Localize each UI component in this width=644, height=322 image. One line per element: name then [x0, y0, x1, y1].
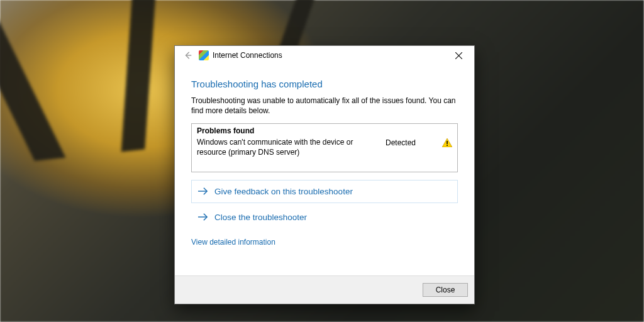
give-feedback-label: Give feedback on this troubleshooter	[214, 187, 353, 196]
problems-found-header: Problems found	[197, 126, 452, 135]
problem-row: Windows can't communicate with the devic…	[197, 138, 452, 157]
back-arrow-icon	[184, 51, 192, 60]
window-title: Internet Connections	[213, 51, 282, 60]
close-button[interactable]: Close	[423, 283, 468, 297]
close-troubleshooter-label: Close the troubleshooter	[214, 213, 307, 222]
problem-status: Detected	[386, 138, 436, 147]
dialog-client-area: Troubleshooting has completed Troublesho…	[175, 65, 474, 275]
problem-description: Windows can't communicate with the devic…	[197, 138, 379, 157]
arrow-right-icon	[198, 187, 208, 196]
window-close-button[interactable]	[445, 47, 472, 64]
view-detailed-information-link[interactable]: View detailed information	[191, 238, 458, 247]
warning-icon	[442, 138, 452, 147]
give-feedback-action[interactable]: Give feedback on this troubleshooter	[191, 180, 458, 203]
close-icon	[455, 52, 462, 59]
svg-rect-5	[447, 145, 448, 147]
back-button[interactable]	[181, 48, 195, 62]
troubleshooter-app-icon	[199, 50, 209, 60]
page-subtext: Troubleshooting was unable to automatica…	[191, 96, 458, 116]
svg-rect-4	[447, 141, 448, 144]
troubleshooter-dialog: Internet Connections Troubleshooting has…	[174, 45, 475, 304]
dialog-button-bar: Close	[175, 275, 474, 304]
titlebar: Internet Connections	[175, 46, 474, 65]
problems-found-box: Problems found Windows can't communicate…	[191, 123, 458, 172]
arrow-right-icon	[198, 213, 208, 221]
page-heading: Troubleshooting has completed	[191, 79, 458, 89]
close-troubleshooter-action[interactable]: Close the troubleshooter	[191, 206, 458, 229]
